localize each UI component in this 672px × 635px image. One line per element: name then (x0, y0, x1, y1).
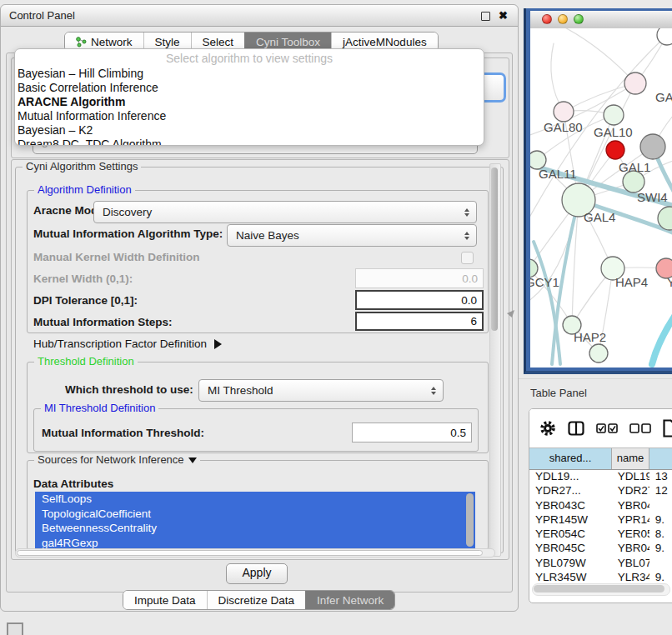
zoom-traffic-light[interactable] (574, 14, 584, 24)
panel-title: Control Panel (9, 9, 75, 22)
column-header-shared...[interactable]: shared... (529, 448, 612, 469)
algorithm-option-aracne-algorithm[interactable]: ARACNE Algorithm (15, 95, 484, 109)
gear-icon[interactable] (539, 420, 556, 437)
collapse-arrow-icon (188, 458, 197, 463)
data-attributes-list[interactable]: SelfLoopsTopologicalCoefficientBetweenne… (35, 492, 475, 550)
network-node-pink-top[interactable] (624, 72, 646, 94)
panel-divider (519, 378, 672, 379)
table-row[interactable]: YBR043CYBR043C (529, 498, 672, 512)
hub-definition-label: Hub/Transcription Factor Definition (33, 338, 207, 350)
table-cell: YDL19... (612, 469, 649, 483)
tab-label: Network (91, 36, 133, 48)
manual-kernel-label: Manual Kernel Width Definition (33, 251, 199, 263)
settings-horizontal-scrollbar[interactable] (15, 548, 495, 558)
table-cell: 13 (649, 469, 672, 483)
algorithm-option-dream8-dc-tdc-algorithm[interactable]: Dream8 DC_TDC Algorithm (15, 138, 484, 146)
algorithm-option-basic-correlation-inference[interactable]: Basic Correlation Inference (15, 81, 484, 95)
close-traffic-light[interactable] (542, 14, 552, 24)
select-all-columns-icon[interactable] (596, 423, 618, 434)
table-row[interactable]: YER054CYER054C8. (529, 527, 672, 541)
mi-type-value: Naive Bayes (228, 229, 460, 242)
table-panel-title: Table Panel (530, 387, 587, 399)
sources-group-title[interactable]: Sources for Network Inference (34, 453, 200, 466)
screen: Control Panel ✖ NetworkStyleSelectCyni T… (0, 0, 672, 635)
node-label-Y: Y (667, 275, 672, 289)
which-threshold-combo[interactable]: MI Threshold (198, 379, 444, 402)
scrollbar-thumb[interactable] (534, 585, 664, 592)
algorithm-option-bayesian-k2[interactable]: Bayesian – K2 (15, 123, 484, 138)
kernel-width-label: Kernel Width (0,1): (33, 272, 133, 285)
mi-type-combo[interactable]: Naive Bayes (227, 224, 477, 247)
settings-vertical-scrollbar[interactable] (489, 163, 501, 557)
tab-label: Select (203, 36, 234, 48)
cyni-settings-group-title: Cyni Algorithm Settings (23, 160, 141, 172)
table-cell: 8. (649, 527, 672, 541)
scrollbar-thumb[interactable] (491, 168, 498, 331)
table-cell: YBR043C (529, 498, 612, 512)
network-edge (560, 28, 635, 83)
unselect-all-columns-icon[interactable] (629, 423, 651, 434)
table-cell (649, 498, 672, 512)
node-label-GAL4: GAL4 (584, 210, 615, 224)
column-header-name[interactable]: name (612, 448, 649, 469)
attributes-scrollbar[interactable] (466, 493, 474, 547)
combo-stepper-icon (460, 232, 474, 240)
hub-definition-expander[interactable]: Hub/Transcription Factor Definition (33, 338, 222, 350)
bottom-tab-discretize-data[interactable]: Discretize Data (207, 591, 306, 609)
combo-stepper-icon (460, 208, 474, 217)
attribute-item-betweennesscentrality[interactable]: BetweennessCentrality (35, 521, 475, 536)
algorithm-option-bayesian-hill-climbing[interactable]: Bayesian – Hill Climbing (15, 67, 484, 81)
network-edge (534, 242, 560, 364)
split-columns-icon[interactable] (568, 421, 584, 436)
column-header-partial[interactable] (649, 448, 672, 469)
table-row[interactable]: YPR145WYPR145W9. (529, 512, 672, 527)
attribute-item-topologicalcoefficient[interactable]: TopologicalCoefficient (35, 507, 475, 522)
dpi-tolerance-field[interactable] (355, 290, 484, 310)
table-row[interactable]: YLR345WYLR345W9. (529, 570, 672, 582)
table-cell: 9. (649, 541, 672, 555)
table-row[interactable]: YBR045CYBR045C9. (529, 541, 672, 555)
collapsed-panel-button[interactable] (7, 622, 23, 635)
dropdown-items: Bayesian – Hill ClimbingBasic Correlatio… (15, 67, 484, 146)
network-node-gray[interactable] (640, 134, 665, 159)
aracne-mode-combo[interactable]: Discovery (93, 201, 477, 223)
mi-steps-label: Mutual Information Steps: (33, 316, 173, 328)
mi-threshold-label: Mutual Information Threshold: (42, 427, 204, 439)
bottom-tab-infer-network[interactable]: Infer Network (305, 591, 394, 609)
network-node-GAL80[interactable] (554, 102, 574, 122)
node-label-GAL10: GAL10 (594, 125, 633, 139)
table-cell: YLR345W (612, 570, 649, 582)
table-cell: YBL079W (612, 556, 649, 570)
mi-threshold-field[interactable] (352, 422, 472, 442)
algorithm-option-mutual-information-inference[interactable]: Mutual Information Inference (15, 109, 484, 123)
apply-button[interactable]: Apply (226, 563, 288, 584)
table-cell: 9. (649, 512, 672, 527)
network-node-GAL10[interactable] (604, 105, 624, 125)
network-edge (564, 83, 635, 112)
tab-label: Cyni Toolbox (256, 36, 320, 48)
table-horizontal-scrollbar[interactable] (532, 583, 670, 596)
tab-label: jActiveMNodules (343, 36, 427, 48)
scrollbar-thumb[interactable] (17, 550, 483, 556)
document-icon[interactable] (663, 419, 672, 438)
network-canvas[interactable]: GALGAL80GAL10GAL1GAL11SWI4GAL4GCY1HAP4YH… (530, 28, 672, 368)
table-row[interactable]: YBL079WYBL079W (529, 556, 672, 570)
float-panel-icon[interactable] (481, 12, 490, 21)
network-window-titlebar (530, 11, 672, 29)
table-row[interactable]: YDR27...YDR27...12 (529, 483, 672, 498)
network-node-bottom-partial[interactable] (589, 344, 608, 362)
network-node-red[interactable] (606, 141, 624, 159)
table-row[interactable]: YDL19...YDL19...13 (529, 469, 672, 483)
minimize-traffic-light[interactable] (558, 14, 568, 24)
table-cell: YBL079W (529, 556, 612, 570)
bottom-tab-bar: Impute DataDiscretize DataInfer Network (123, 590, 395, 610)
bottom-tab-impute-data[interactable]: Impute Data (123, 591, 207, 609)
table-cell: YER054C (612, 527, 649, 541)
mouse-cursor (507, 307, 515, 322)
close-icon[interactable]: ✖ (499, 8, 508, 22)
aracne-mode-value: Discovery (94, 206, 460, 218)
which-threshold-label: Which threshold to use: (65, 383, 193, 396)
mi-steps-field[interactable] (355, 312, 484, 331)
attribute-item-selfloops[interactable]: SelfLoops (35, 492, 475, 507)
tab-label: Discretize Data (218, 594, 295, 607)
